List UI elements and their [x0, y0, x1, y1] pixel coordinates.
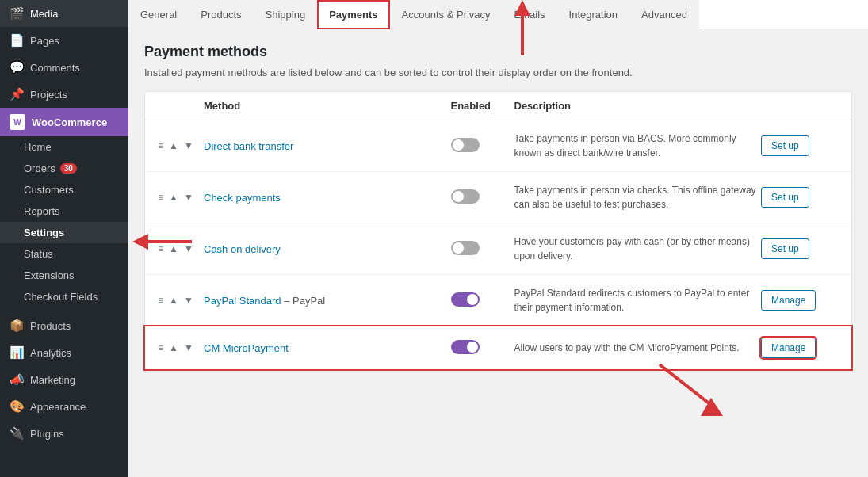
- move-down-icon[interactable]: ▼: [182, 139, 195, 153]
- method-name[interactable]: Cash on delivery: [204, 243, 451, 255]
- manage-button-cm[interactable]: Manage: [761, 338, 816, 358]
- marketing-icon: 📣: [10, 372, 24, 387]
- table-header: Method Enabled Description: [145, 92, 851, 120]
- page-description: Installed payment methods are listed bel…: [144, 67, 852, 78]
- sidebar-label-plugins: Plugins: [30, 428, 64, 440]
- setup-button-cash-delivery[interactable]: Set up: [761, 238, 809, 259]
- move-up-icon[interactable]: ▲: [167, 242, 180, 256]
- move-up-icon[interactable]: ▲: [167, 341, 180, 355]
- sidebar-item-pages[interactable]: 📄 Pages: [0, 27, 128, 54]
- tab-general[interactable]: General: [128, 0, 189, 29]
- action-cell: Set up: [761, 187, 840, 208]
- method-name[interactable]: PayPal Standard – PayPal: [204, 295, 451, 307]
- action-cell: Set up: [761, 135, 840, 156]
- plugins-icon: 🔌: [10, 426, 24, 441]
- move-up-icon[interactable]: ▲: [167, 190, 180, 204]
- move-up-icon[interactable]: ▲: [167, 139, 180, 153]
- sidebar-item-comments[interactable]: 💬 Comments: [0, 54, 128, 81]
- sidebar-item-customers[interactable]: Customers: [0, 179, 128, 200]
- media-icon: 🎬: [10, 6, 24, 21]
- sidebar-item-marketing[interactable]: 📣 Marketing: [0, 366, 128, 393]
- row-controls: ≡ ▲ ▼: [156, 242, 204, 256]
- setup-button-direct-bank[interactable]: Set up: [761, 135, 809, 156]
- header-controls: [156, 100, 204, 112]
- tab-shipping[interactable]: Shipping: [254, 0, 318, 29]
- table-row: ≡ ▲ ▼ Direct bank transfer Take payments…: [145, 120, 851, 172]
- drag-handle-icon[interactable]: ≡: [156, 139, 165, 153]
- sidebar: 🎬 Media 📄 Pages 💬 Comments 📌 Projects W …: [0, 0, 128, 477]
- drag-handle-icon[interactable]: ≡: [156, 293, 165, 307]
- toggle-knob: [467, 294, 478, 305]
- toggle-knob: [467, 342, 478, 353]
- action-cell: Set up: [761, 238, 840, 259]
- tab-accounts-privacy[interactable]: Accounts & Privacy: [390, 0, 503, 29]
- sidebar-item-extensions[interactable]: Extensions: [0, 265, 128, 286]
- table-row: ≡ ▲ ▼ Cash on delivery Have your custome…: [145, 223, 851, 275]
- sidebar-item-appearance[interactable]: 🎨 Appearance: [0, 393, 128, 420]
- toggle-paypal[interactable]: [451, 292, 480, 307]
- toggle-cell: [451, 138, 514, 155]
- woocommerce-label: WooCommerce: [32, 116, 107, 128]
- description-text: Take payments in person via checks. This…: [514, 183, 762, 212]
- drag-handle-icon[interactable]: ≡: [156, 242, 165, 256]
- tab-products[interactable]: Products: [189, 0, 253, 29]
- table-row: ≡ ▲ ▼ PayPal Standard – PayPal PayPal St…: [145, 275, 851, 326]
- header-action: [761, 100, 840, 112]
- tab-payments[interactable]: Payments: [317, 0, 389, 29]
- toggle-knob: [453, 139, 464, 151]
- tab-advanced[interactable]: Advanced: [629, 0, 699, 29]
- appearance-icon: 🎨: [10, 399, 24, 414]
- toggle-check-payments[interactable]: [451, 189, 480, 204]
- row-controls: ≡ ▲ ▼: [156, 139, 204, 153]
- sidebar-item-status[interactable]: Status: [0, 243, 128, 265]
- payment-methods-table: Method Enabled Description ≡ ▲ ▼ Direct …: [144, 91, 852, 370]
- method-name[interactable]: Direct bank transfer: [204, 140, 451, 152]
- sidebar-label-media: Media: [30, 8, 58, 20]
- move-down-icon[interactable]: ▼: [182, 242, 195, 256]
- description-text: Take payments in person via BACS. More c…: [514, 132, 762, 160]
- toggle-cash-delivery[interactable]: [451, 241, 480, 255]
- sidebar-item-plugins[interactable]: 🔌 Plugins: [0, 420, 128, 447]
- sidebar-item-orders[interactable]: Orders 30: [0, 158, 128, 179]
- orders-badge: 30: [60, 163, 77, 174]
- products-icon: 📦: [10, 319, 24, 333]
- analytics-icon: 📊: [10, 345, 24, 360]
- tab-integration[interactable]: Integration: [557, 0, 629, 29]
- move-down-icon[interactable]: ▼: [182, 190, 195, 204]
- toggle-cm-micropayment[interactable]: [451, 340, 480, 354]
- toggle-knob: [453, 191, 464, 202]
- sidebar-woocommerce[interactable]: W WooCommerce: [0, 108, 128, 136]
- header-description: Description: [514, 100, 762, 112]
- toggle-direct-bank[interactable]: [451, 138, 480, 152]
- method-name[interactable]: CM MicroPayment: [204, 342, 451, 354]
- move-down-icon[interactable]: ▼: [182, 293, 195, 307]
- drag-handle-icon[interactable]: ≡: [156, 341, 165, 355]
- sidebar-item-checkout-fields[interactable]: Checkout Fields: [0, 286, 128, 307]
- manage-button-paypal[interactable]: Manage: [761, 290, 816, 311]
- sidebar-item-products[interactable]: 📦 Products: [0, 312, 128, 339]
- projects-icon: 📌: [10, 87, 24, 101]
- sidebar-label-pages: Pages: [30, 35, 59, 47]
- main-wrapper: General Products Shipping Payments Accou…: [128, 0, 868, 477]
- action-cell: Manage: [761, 290, 840, 311]
- sidebar-item-home[interactable]: Home: [0, 136, 128, 158]
- description-text: PayPal Standard redirects customers to P…: [514, 286, 762, 315]
- sidebar-item-reports[interactable]: Reports: [0, 200, 128, 222]
- table-row: ≡ ▲ ▼ Check payments Take payments in pe…: [145, 172, 851, 223]
- move-down-icon[interactable]: ▼: [182, 341, 195, 355]
- toggle-knob: [453, 242, 464, 254]
- sidebar-item-projects[interactable]: 📌 Projects: [0, 81, 128, 108]
- setup-button-check-payments[interactable]: Set up: [761, 187, 809, 208]
- sidebar-item-media[interactable]: 🎬 Media: [0, 0, 128, 27]
- tab-emails[interactable]: Emails: [503, 0, 557, 29]
- sidebar-item-analytics[interactable]: 📊 Analytics: [0, 339, 128, 366]
- table-row: ≡ ▲ ▼ CM MicroPayment Allow users to pay…: [145, 326, 851, 369]
- description-text: Have your customers pay with cash (or by…: [514, 235, 762, 263]
- sidebar-label-projects: Projects: [30, 89, 67, 101]
- method-name[interactable]: Check payments: [204, 192, 451, 204]
- sidebar-label-products: Products: [30, 320, 71, 332]
- sidebar-label-comments: Comments: [30, 62, 80, 74]
- drag-handle-icon[interactable]: ≡: [156, 190, 165, 204]
- move-up-icon[interactable]: ▲: [167, 293, 180, 307]
- sidebar-item-settings[interactable]: Settings: [0, 222, 128, 243]
